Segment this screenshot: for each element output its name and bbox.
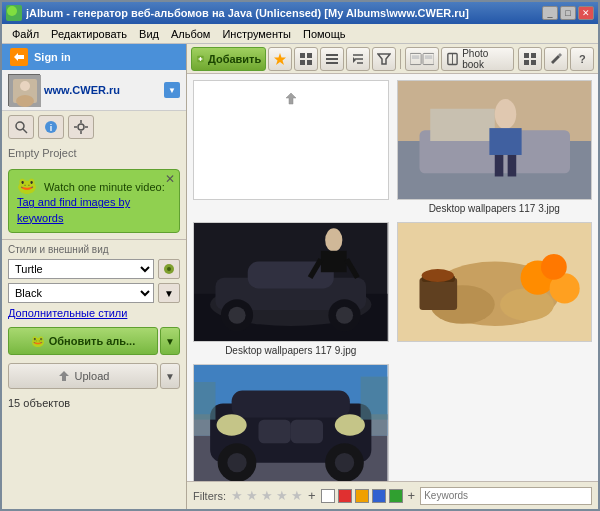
photo-thumb-3[interactable] (193, 222, 389, 342)
menu-help[interactable]: Помощь (297, 26, 352, 42)
svg-rect-26 (326, 58, 338, 60)
upload-row: Upload ▼ (2, 359, 186, 393)
photo-thumb-4[interactable] (397, 222, 593, 342)
style-black-icon-btn[interactable]: ▼ (158, 283, 180, 303)
svg-rect-41 (524, 60, 529, 65)
menu-edit[interactable]: Редактировать (45, 26, 133, 42)
menu-album[interactable]: Альбом (165, 26, 216, 42)
notice-link[interactable]: Tag and find images by keywords (17, 196, 130, 223)
filter-color-white[interactable] (321, 489, 335, 503)
svg-line-6 (23, 129, 27, 133)
sort-button[interactable] (346, 47, 370, 71)
svg-rect-36 (425, 55, 432, 59)
filter-button[interactable] (372, 47, 396, 71)
svg-rect-47 (430, 109, 495, 141)
update-album-dropdown[interactable]: ▼ (160, 327, 180, 355)
photo-cell-5 (193, 364, 389, 481)
notice-text: Watch one minute video: Tag and find ima… (17, 181, 165, 224)
svg-rect-42 (531, 60, 536, 65)
star-2[interactable]: ★ (246, 488, 258, 503)
add-label: Добавить (208, 53, 261, 65)
info-button[interactable]: i (38, 115, 64, 139)
search-button[interactable] (8, 115, 34, 139)
svg-point-61 (325, 228, 342, 252)
filter-plus-2: + (408, 488, 416, 503)
filter-color-green[interactable] (389, 489, 403, 503)
minimize-button[interactable]: _ (542, 6, 558, 20)
svg-rect-81 (291, 420, 323, 444)
avatar (8, 74, 40, 106)
style-turtle-row: Turtle (2, 257, 186, 281)
photo-thumb-2[interactable] (397, 80, 593, 200)
close-button[interactable]: ✕ (578, 6, 594, 20)
filter-color-orange[interactable] (355, 489, 369, 503)
svg-rect-49 (489, 128, 521, 155)
frog-icon: 🐸 (17, 176, 37, 195)
star-1[interactable]: ★ (231, 488, 243, 503)
svg-rect-27 (326, 62, 338, 64)
svg-rect-62 (321, 251, 347, 273)
left-panel: Sign in www.CWER.ru ▼ (2, 44, 187, 509)
edit-button[interactable] (544, 47, 568, 71)
star-5[interactable]: ★ (291, 488, 303, 503)
main-window: jAlbum - генератор веб-альбомов на Java … (0, 0, 600, 511)
filter-color-blue[interactable] (372, 489, 386, 503)
photo-thumb-5[interactable] (193, 364, 389, 481)
star-3[interactable]: ★ (261, 488, 273, 503)
star-button[interactable] (268, 47, 292, 71)
svg-rect-25 (326, 54, 338, 56)
help-button[interactable]: ? (570, 47, 594, 71)
extra-styles-link[interactable]: Дополнительные стили (2, 305, 186, 323)
svg-rect-22 (307, 53, 312, 58)
grid-size-button[interactable] (518, 47, 542, 71)
maximize-button[interactable]: □ (560, 6, 576, 20)
list-view-button[interactable] (320, 47, 344, 71)
add-button[interactable]: Добавить (191, 47, 266, 71)
svg-rect-79 (232, 391, 350, 418)
keywords-input[interactable] (420, 487, 592, 505)
svg-marker-32 (378, 54, 390, 64)
menu-tools[interactable]: Инструменты (216, 26, 297, 42)
account-row: www.CWER.ru ▼ (2, 70, 186, 111)
photo-label-2: Desktop wallpapers 117 3.jpg (429, 203, 560, 214)
update-album-button[interactable]: 🐸 Обновить аль... (8, 327, 158, 355)
styles-section-header: Стили и внешний вид (2, 239, 186, 257)
menu-file[interactable]: Файл (6, 26, 45, 42)
svg-rect-39 (524, 53, 529, 58)
svg-rect-35 (412, 55, 419, 59)
style-turtle-select[interactable]: Turtle (8, 259, 154, 279)
svg-marker-16 (59, 371, 69, 381)
star-4[interactable]: ★ (276, 488, 288, 503)
svg-point-85 (227, 453, 246, 472)
svg-point-15 (167, 267, 171, 271)
grid-view-button[interactable] (294, 47, 318, 71)
style-black-select[interactable]: Black (8, 283, 154, 303)
account-dropdown-button[interactable]: ▼ (164, 82, 180, 98)
menu-view[interactable]: Вид (133, 26, 165, 42)
svg-rect-88 (194, 382, 216, 420)
filters-label: Filters: (193, 490, 226, 502)
empty-project-label: Empty Project (2, 143, 186, 163)
sign-in-bar: Sign in (2, 44, 186, 70)
filters-bar: Filters: ★ ★ ★ ★ ★ + + (187, 481, 598, 509)
svg-rect-24 (307, 60, 312, 65)
sign-in-icon (10, 48, 28, 66)
style-turtle-icon-btn[interactable] (158, 259, 180, 279)
view-toggle-button[interactable] (405, 47, 439, 71)
account-name[interactable]: www.CWER.ru (44, 84, 160, 96)
filter-color-red[interactable] (338, 489, 352, 503)
svg-rect-51 (507, 155, 516, 177)
notice-close-button[interactable]: ✕ (165, 172, 175, 186)
window-controls: _ □ ✕ (542, 6, 594, 20)
svg-point-4 (16, 95, 34, 107)
filter-plus-1: + (308, 488, 316, 503)
svg-point-48 (494, 99, 516, 129)
sign-in-label[interactable]: Sign in (34, 51, 71, 63)
upload-dropdown[interactable]: ▼ (160, 363, 180, 389)
settings-button[interactable] (68, 115, 94, 139)
upload-button[interactable]: Upload (8, 363, 158, 389)
new-photo-thumb[interactable] (193, 80, 389, 200)
svg-marker-31 (353, 57, 356, 63)
photo-book-button[interactable]: Photo book (441, 47, 514, 71)
svg-point-82 (217, 414, 247, 436)
